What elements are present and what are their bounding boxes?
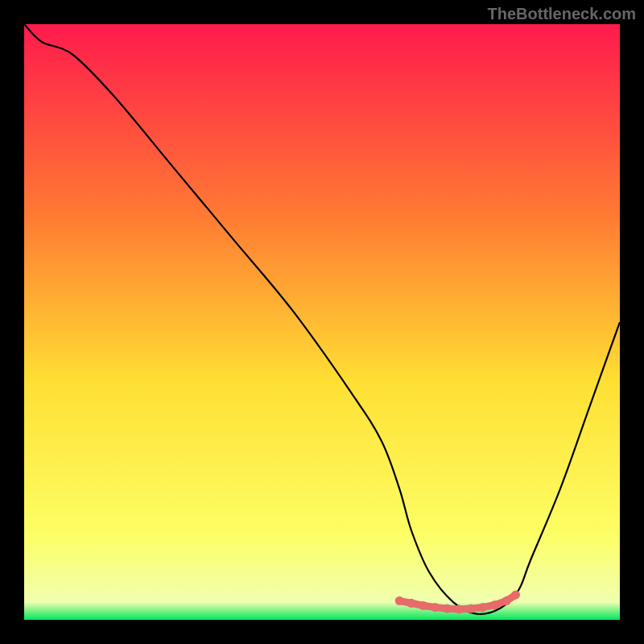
optimal-point [490, 601, 499, 609]
bottleneck-chart [24, 24, 620, 620]
optimal-point [511, 590, 520, 599]
optimal-point [443, 604, 452, 613]
optimal-point [502, 597, 511, 605]
optimal-point [478, 603, 487, 612]
optimal-point [467, 604, 476, 613]
optimal-point [431, 603, 440, 612]
optimal-point [419, 601, 427, 610]
optimal-point [455, 605, 464, 613]
optimal-point [395, 597, 404, 605]
watermark-text: TheBottleneck.com [488, 5, 636, 23]
chart-container [24, 24, 620, 620]
chart-background [24, 24, 620, 620]
optimal-point [407, 599, 416, 608]
